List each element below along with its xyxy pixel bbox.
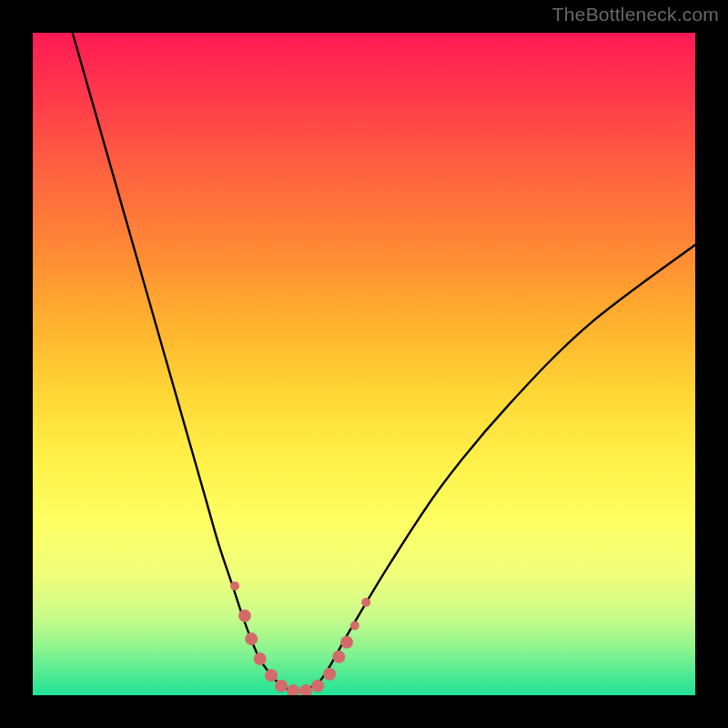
marker-dot [340,636,353,649]
marker-dot [299,684,312,695]
marker-dot [361,598,370,607]
marker-dot [287,684,299,695]
marker-dot [245,632,258,645]
plot-area [33,33,695,695]
marker-dot [275,680,288,693]
marker-dot [323,668,336,681]
marker-dot [350,622,359,631]
marker-dot [238,610,251,622]
watermark-text: TheBottleneck.com [552,4,719,25]
marker-dot [311,680,324,693]
marker-dot [254,652,267,665]
bottleneck-curve [73,33,695,692]
chart-stage: TheBottleneck.com [0,0,728,728]
notch-markers [230,581,370,695]
chart-svg [33,33,695,695]
marker-dot [332,651,345,663]
marker-dot [265,669,278,682]
marker-dot [230,581,239,591]
